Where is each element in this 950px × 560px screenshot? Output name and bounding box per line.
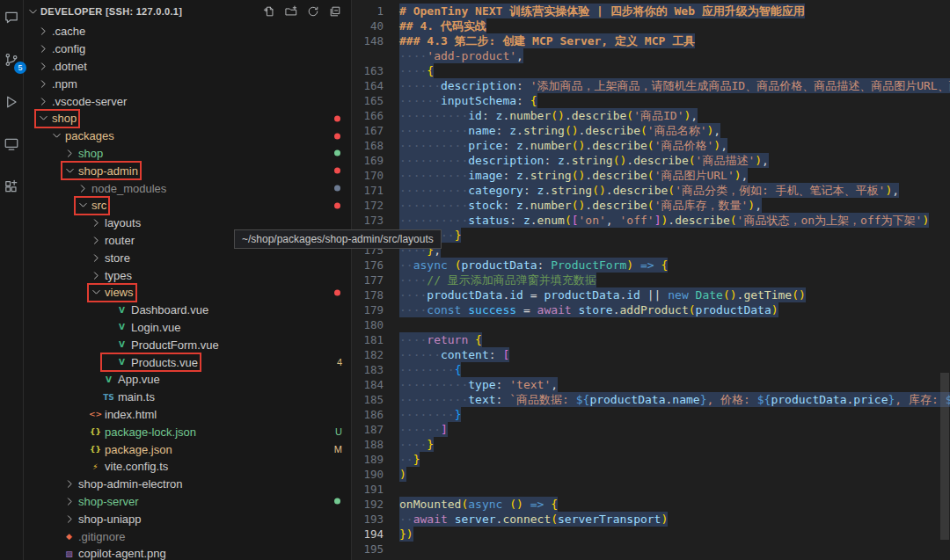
vue-icon: V bbox=[115, 306, 128, 315]
copilot-chat-icon[interactable] bbox=[3, 9, 20, 26]
tree-item-node-modules[interactable]: node_modules bbox=[24, 179, 351, 197]
code-text[interactable]: ) bbox=[399, 467, 406, 482]
tree-item-index-html[interactable]: <>index.html bbox=[24, 406, 351, 424]
code-text[interactable]: ····productData.id = productData.id || n… bbox=[399, 287, 806, 302]
line-number: 177 bbox=[352, 273, 387, 287]
chevron-right-icon[interactable] bbox=[91, 217, 102, 229]
remote-explorer-icon[interactable] bbox=[3, 135, 20, 153]
chevron-right-icon[interactable] bbox=[91, 252, 102, 264]
chevron-right-icon[interactable] bbox=[77, 183, 89, 194]
code-text[interactable]: ··········status: z.enum(['on', 'off']).… bbox=[399, 213, 929, 228]
refresh-icon[interactable] bbox=[306, 4, 320, 18]
code-text[interactable]: ··········description: z.string().descri… bbox=[399, 153, 769, 168]
chevron-right-icon[interactable] bbox=[38, 61, 49, 72]
chevron-right-icon[interactable] bbox=[91, 235, 102, 246]
tree-item-main: shop-server bbox=[62, 493, 141, 509]
code-text[interactable]: ····{ bbox=[399, 63, 434, 78]
code-text[interactable]: onMounted(async () => { bbox=[399, 497, 558, 512]
tree-item-store[interactable]: store bbox=[24, 249, 351, 266]
code-line: 184··········type: 'text', bbox=[352, 377, 950, 392]
tree-item-vscode-server[interactable]: .vscode-server bbox=[24, 92, 351, 110]
tree-item-main-ts[interactable]: TSmain.ts bbox=[24, 389, 351, 406]
chevron-right-icon[interactable] bbox=[64, 148, 76, 159]
code-text[interactable]: ········} bbox=[399, 407, 461, 422]
chevron-right-icon[interactable] bbox=[64, 513, 76, 525]
code-text[interactable]: ····return { bbox=[399, 332, 482, 347]
code-text[interactable]: ····} bbox=[399, 437, 434, 452]
tree-item-copilot-agent-png[interactable]: ▨copilot-agent.png bbox=[24, 545, 351, 560]
vue-icon: V bbox=[115, 358, 128, 367]
code-text[interactable]: ······inputSchema: { bbox=[399, 93, 537, 108]
code-text[interactable]: ······content: [ bbox=[399, 347, 509, 362]
chevron-right-icon[interactable] bbox=[64, 478, 76, 490]
code-text[interactable]: ··········category: z.string().describe(… bbox=[399, 183, 899, 198]
tree-item-shop-server[interactable]: shop-server bbox=[24, 493, 351, 511]
code-text[interactable]: ··} bbox=[399, 452, 420, 467]
new-file-icon[interactable] bbox=[262, 4, 276, 18]
code-text[interactable]: ··async (productData: ProductForm) => { bbox=[399, 258, 668, 273]
code-text[interactable]: ····// 显示添加商品弹窗并填充数据 bbox=[399, 273, 596, 287]
code-text[interactable]: ······description: '添加商品，上架商品，请随机生成商品ID、… bbox=[399, 78, 950, 93]
chevron-down-icon[interactable] bbox=[64, 165, 76, 177]
chevron-right-icon[interactable] bbox=[38, 25, 49, 37]
source-control-icon[interactable]: 5 bbox=[3, 51, 20, 69]
line-number: 176 bbox=[352, 258, 387, 273]
tree-item-shop[interactable]: shop bbox=[24, 145, 351, 163]
code-text[interactable]: ··await server.connect(serverTransport) bbox=[399, 512, 668, 527]
code-text[interactable]: ··········id: z.number().describe('商品ID'… bbox=[399, 108, 698, 123]
tree-item-productform-vue[interactable]: VProductForm.vue bbox=[24, 336, 351, 353]
code-text[interactable]: ····const success = await store.addProdu… bbox=[399, 302, 778, 317]
code-text[interactable]: }) bbox=[399, 527, 413, 542]
tree-item-products-vue[interactable]: VProducts.vue4 bbox=[24, 353, 351, 371]
sidebar-header[interactable]: DEVELOPER [SSH: 127.0.0.1] bbox=[24, 0, 351, 23]
tree-item-gitignore[interactable]: ◆.gitignore bbox=[24, 527, 351, 545]
chevron-right-icon[interactable] bbox=[38, 43, 49, 55]
code-text[interactable]: ····'add-product', bbox=[399, 48, 523, 63]
tree-item-cache[interactable]: .cache bbox=[24, 23, 351, 40]
chevron-right-icon[interactable] bbox=[64, 496, 76, 507]
extensions-icon[interactable] bbox=[3, 178, 20, 195]
tree-item-app-vue[interactable]: VApp.vue bbox=[24, 371, 351, 389]
tree-item-src[interactable]: src bbox=[24, 197, 351, 215]
code-text[interactable]: ··········text: `商品数据: ${productData.nam… bbox=[399, 392, 950, 407]
tree-item-package-lock-json[interactable]: {}package-lock.jsonU bbox=[24, 423, 351, 440]
tree-item-login-vue[interactable]: VLogin.vue bbox=[24, 319, 351, 337]
tree-item-label: packages bbox=[65, 129, 114, 142]
tree-item-package-json[interactable]: {}package.jsonM bbox=[24, 440, 351, 458]
chevron-right-icon[interactable] bbox=[38, 78, 49, 90]
tree-item-label: shop-admin-electron bbox=[78, 477, 183, 491]
new-folder-icon[interactable] bbox=[284, 4, 298, 18]
code-text[interactable]: ## 4. 代码实战 bbox=[399, 18, 486, 33]
code-text[interactable]: ··········type: 'text', bbox=[399, 377, 558, 392]
code-text[interactable]: ··········name: z.string().describe('商品名… bbox=[399, 123, 720, 138]
line-number: 171 bbox=[352, 183, 387, 198]
chevron-down-icon[interactable] bbox=[38, 113, 49, 124]
chevron-right-icon[interactable] bbox=[38, 96, 49, 107]
tree-item-npm[interactable]: .npm bbox=[24, 75, 351, 92]
tree-item-shop-admin[interactable]: shop-admin bbox=[24, 162, 351, 179]
tree-item-shop-uniapp[interactable]: shop-uniapp bbox=[24, 510, 351, 527]
run-debug-icon[interactable] bbox=[3, 93, 20, 111]
tree-item-packages[interactable]: packages bbox=[24, 127, 351, 145]
tree-item-types[interactable]: types bbox=[24, 266, 351, 284]
chevron-down-icon[interactable] bbox=[77, 200, 89, 211]
tree-item-dotnet[interactable]: .dotnet bbox=[24, 58, 351, 76]
code-text[interactable]: # OpenTiny NEXT 训练营实操体验 | 四步将你的 Web 应用升级… bbox=[399, 4, 805, 18]
code-text[interactable]: ······] bbox=[399, 422, 448, 437]
code-text[interactable]: ··········image: z.string().describe('商品… bbox=[399, 168, 748, 183]
code-text[interactable]: ········{ bbox=[399, 362, 461, 377]
chevron-down-icon[interactable] bbox=[51, 130, 62, 142]
code-text[interactable]: ··········price: z.number().describe('商品… bbox=[399, 138, 727, 153]
chevron-right-icon[interactable] bbox=[91, 270, 102, 281]
editor-scrollbar[interactable] bbox=[940, 373, 949, 540]
code-text[interactable]: ### 4.3 第二步: 创建 MCP Server, 定义 MCP 工具 bbox=[399, 33, 695, 48]
tree-item-config[interactable]: .config bbox=[24, 40, 351, 58]
tree-item-dashboard-vue[interactable]: VDashboard.vue bbox=[24, 302, 351, 319]
tree-item-vite-config-ts[interactable]: ⚡vite.config.ts bbox=[24, 458, 351, 476]
code-text[interactable]: ··········stock: z.number().describe('商品… bbox=[399, 198, 762, 213]
tree-item-shop[interactable]: shop bbox=[24, 110, 351, 127]
collapse-all-icon[interactable] bbox=[328, 4, 342, 18]
chevron-down-icon[interactable] bbox=[91, 287, 102, 298]
tree-item-shop-admin-electron[interactable]: shop-admin-electron bbox=[24, 476, 351, 493]
tree-item-views[interactable]: views bbox=[24, 284, 351, 302]
